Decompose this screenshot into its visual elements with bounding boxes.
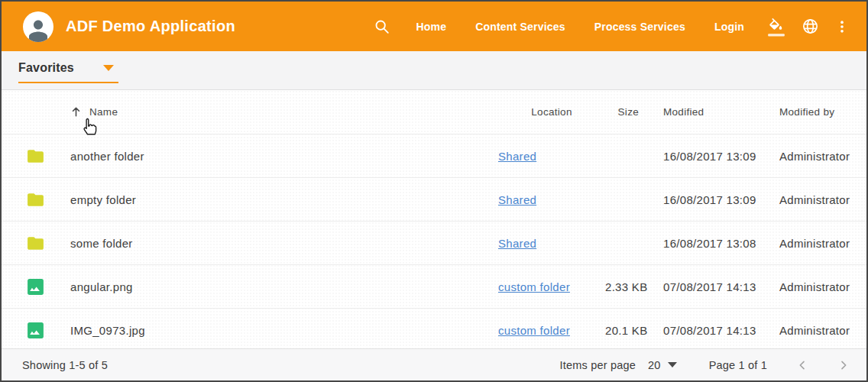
folder-icon <box>26 190 45 209</box>
column-header-name-label: Name <box>89 106 118 118</box>
row-modified: 16/08/2017 13:09 <box>651 193 767 206</box>
language-button[interactable] <box>794 13 827 40</box>
row-size: 20.1 KB <box>605 324 651 337</box>
row-location-link[interactable]: custom folder <box>498 324 570 337</box>
items-per-page-select[interactable]: 20 <box>648 359 677 371</box>
search-button[interactable] <box>374 18 390 35</box>
items-per-page-value: 20 <box>648 359 661 371</box>
column-header-modified[interactable]: Modified <box>651 106 767 118</box>
caret-down-icon <box>103 65 114 71</box>
avatar <box>23 11 53 42</box>
showing-range-label: Showing 1-5 of 5 <box>22 359 108 371</box>
chevron-right-icon <box>837 359 850 371</box>
column-header-name[interactable]: Name <box>69 106 498 118</box>
items-per-page-label: Items per page <box>560 359 636 371</box>
page-status-label: Page 1 of 1 <box>709 359 767 371</box>
chevron-left-icon <box>796 359 808 371</box>
favorites-label: Favorites <box>18 61 74 75</box>
column-header-size[interactable]: Size <box>605 106 651 118</box>
row-location-link[interactable]: Shared <box>498 237 536 250</box>
favorites-dropdown[interactable]: Favorites <box>18 58 118 83</box>
row-name[interactable]: IMG_0973.jpg <box>69 324 498 337</box>
row-location-link[interactable]: Shared <box>498 150 536 163</box>
row-modified: 07/08/2017 14:13 <box>651 280 767 293</box>
person-icon <box>25 16 51 42</box>
content-toolbar: Favorites <box>2 51 866 90</box>
nav-item-home[interactable]: Home <box>401 13 461 40</box>
main-nav: Home Content Services Process Services L… <box>401 13 759 40</box>
row-modified-by: Administrator <box>767 237 866 250</box>
search-icon <box>374 18 390 35</box>
table-row[interactable]: angular.png custom folder 2.33 KB 07/08/… <box>2 265 866 309</box>
row-name[interactable]: some folder <box>69 237 498 250</box>
table-row[interactable]: some folder Shared 16/08/2017 13:08 Admi… <box>2 222 866 265</box>
table-row[interactable]: another folder Shared 16/08/2017 13:09 A… <box>2 134 866 178</box>
image-icon <box>26 321 45 340</box>
nav-item-content-services[interactable]: Content Services <box>461 13 580 40</box>
row-modified: 16/08/2017 13:09 <box>651 150 767 163</box>
row-location-link[interactable]: Shared <box>498 193 536 206</box>
row-location-link[interactable]: custom folder <box>498 280 570 293</box>
favorites-table: Name Location Size Modified Modified by … <box>2 90 866 352</box>
paginator: Showing 1-5 of 5 Items per page 20 Page … <box>2 348 866 380</box>
app-header: ADF Demo Application Home Content Servic… <box>2 2 866 51</box>
folder-icon <box>26 234 45 253</box>
caret-down-icon <box>668 362 677 367</box>
paint-bucket-icon <box>766 17 786 37</box>
nav-item-process-services[interactable]: Process Services <box>580 13 700 40</box>
sort-arrow-up-icon <box>70 106 82 118</box>
more-options-button[interactable] <box>827 14 850 40</box>
column-header-modified-by[interactable]: Modified by <box>767 106 866 118</box>
table-row[interactable]: IMG_0973.jpg custom folder 20.1 KB 07/08… <box>2 309 866 352</box>
row-modified-by: Administrator <box>767 150 866 163</box>
table-header-row: Name Location Size Modified Modified by <box>2 90 866 134</box>
next-page-button[interactable] <box>837 359 850 371</box>
row-modified-by: Administrator <box>767 324 866 337</box>
column-header-location[interactable]: Location <box>498 106 605 118</box>
previous-page-button[interactable] <box>796 359 808 371</box>
row-name[interactable]: another folder <box>69 150 498 163</box>
row-size: 2.33 KB <box>605 280 651 293</box>
table-row[interactable]: empty folder Shared 16/08/2017 13:09 Adm… <box>2 178 866 222</box>
image-icon <box>26 277 45 296</box>
row-modified: 16/08/2017 13:08 <box>651 237 767 250</box>
app-window: ADF Demo Application Home Content Servic… <box>0 0 868 382</box>
row-modified: 07/08/2017 14:13 <box>651 324 767 337</box>
nav-item-login[interactable]: Login <box>700 13 759 40</box>
row-name[interactable]: angular.png <box>69 280 498 293</box>
folder-icon <box>26 147 45 166</box>
row-name[interactable]: empty folder <box>69 193 498 206</box>
kebab-menu-icon <box>834 18 850 35</box>
globe-icon <box>802 18 819 35</box>
theme-picker-button[interactable] <box>759 12 794 41</box>
row-modified-by: Administrator <box>767 280 866 293</box>
row-modified-by: Administrator <box>767 193 866 206</box>
app-title: ADF Demo Application <box>66 18 235 35</box>
